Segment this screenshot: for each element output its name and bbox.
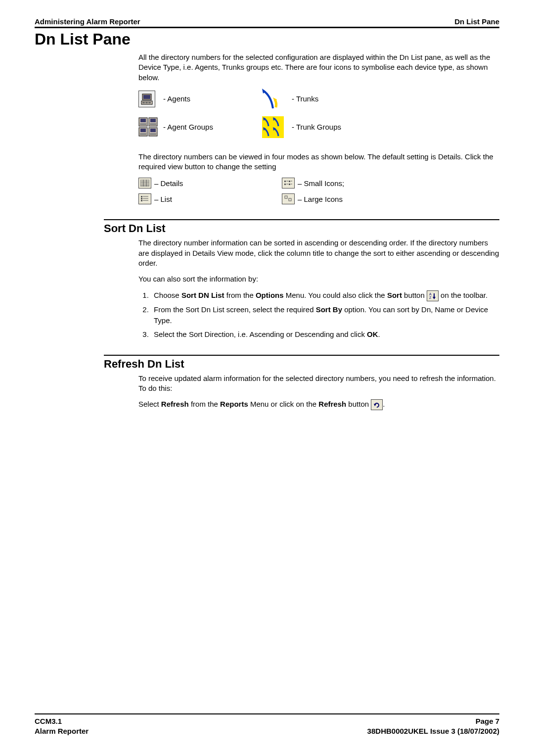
large-icons-view-icon [282,193,295,204]
footer-right-line2: 38DHB0002UKEL Issue 3 (18/07/2002) [367,726,499,736]
sort-step-1: Choose Sort DN List from the Options Men… [151,290,499,301]
svg-rect-1 [143,95,150,99]
sort-step-3: Select the Sort Direction, i.e. Ascendin… [151,329,499,340]
text-fragment: OK [367,330,378,338]
text-fragment: button [346,400,371,408]
svg-rect-44 [141,200,142,201]
text-fragment: Refresh [318,400,346,408]
text-fragment: from the [224,291,256,299]
text-fragment: Choose [154,291,181,299]
text-fragment: from the [189,400,220,408]
svg-rect-4 [145,102,148,103]
text-fragment: Reports [220,400,248,408]
sort-para-2: You can also sort the information by: [138,274,499,284]
text-fragment: on the toolbar. [439,291,488,299]
svg-rect-47 [289,198,291,201]
page-title: Dn List Pane [35,30,499,48]
agents-icon [138,91,155,107]
details-view-label: – Details [154,179,183,188]
svg-text:A: A [429,292,432,296]
text-fragment: Menu. You could also click the [284,291,387,299]
svg-rect-10 [140,123,146,125]
svg-rect-5 [148,102,151,103]
small-icons-view-label: – Small Icons; [298,179,344,188]
text-fragment: Select [138,400,161,408]
text-fragment: From the Sort Dn List screen, select the… [154,305,316,314]
intro-paragraph: All the directory numbers for the select… [138,52,499,83]
svg-rect-36 [284,184,286,185]
svg-text:Z: Z [429,296,432,299]
trunks-icon [262,89,292,109]
text-fragment: Menu or click on the [248,400,319,408]
large-icons-view-label: – Large Icons [298,195,343,203]
svg-marker-52 [374,404,376,406]
svg-rect-13 [150,123,156,125]
svg-rect-15 [140,129,146,132]
text-fragment: Sort By [316,305,342,314]
refresh-para-2: Select Refresh from the Reports Menu or … [138,399,499,410]
text-fragment: button [402,291,427,299]
footer-right-line1: Page 7 [367,716,499,726]
svg-rect-19 [150,133,156,135]
trunk-groups-icon [262,116,292,138]
header-right: Dn List Pane [454,17,499,26]
sort-para-1: The directory number information can be … [138,238,499,268]
refresh-para-1: To receive updated alarm information for… [138,374,499,394]
svg-rect-12 [150,119,156,122]
view-modes-paragraph: The directory numbers can be viewed in f… [138,152,499,172]
svg-rect-46 [285,196,287,198]
sort-heading: Sort Dn List [104,222,499,235]
header-left: Administering Alarm Reporter [35,17,140,26]
svg-rect-9 [140,119,146,122]
agent-groups-label: - Agent Groups [163,123,262,131]
list-view-icon [138,193,151,204]
divider-sort [104,219,499,220]
list-view-label: – List [154,195,172,203]
refresh-heading: Refresh Dn List [104,358,499,371]
device-type-icons-grid: - Agents - Trunks [138,89,499,138]
divider-refresh [104,355,499,356]
refresh-toolbar-icon [371,399,383,410]
sort-toolbar-icon: A Z [427,290,439,301]
text-fragment: Sort DN List [181,291,224,299]
page-header: Administering Alarm Reporter Dn List Pan… [35,17,499,28]
trunk-groups-label: - Trunk Groups [292,123,391,131]
sort-step-2: From the Sort Dn List screen, select the… [151,304,499,326]
sort-steps-list: Choose Sort DN List from the Options Men… [151,290,499,339]
view-modes-grid: – Details – Small Icons; – List [138,178,499,204]
page-footer: CCM3.1 Alarm Reporter Page 7 38DHB0002UK… [35,713,499,737]
svg-rect-3 [142,102,145,103]
svg-rect-38 [289,184,290,185]
trunks-label: - Trunks [292,94,391,103]
text-fragment: . [383,400,385,408]
svg-rect-42 [141,198,142,199]
text-fragment: Select the Sort Direction, i.e. Ascendin… [154,330,367,338]
agents-label: - Agents [163,94,262,103]
text-fragment: Sort [387,291,402,299]
svg-rect-18 [150,129,156,132]
text-fragment: Refresh [161,400,189,408]
details-view-icon [138,178,151,189]
svg-rect-40 [141,196,142,197]
text-fragment: Options [256,291,284,299]
agent-groups-icon [138,117,163,137]
svg-rect-34 [289,181,290,182]
small-icons-view-icon [282,178,295,189]
svg-marker-51 [433,297,436,299]
text-fragment: . [378,330,380,338]
footer-left-line2: Alarm Reporter [35,726,89,736]
svg-rect-32 [284,181,286,182]
footer-left-line1: CCM3.1 [35,716,89,726]
svg-rect-16 [140,133,146,135]
